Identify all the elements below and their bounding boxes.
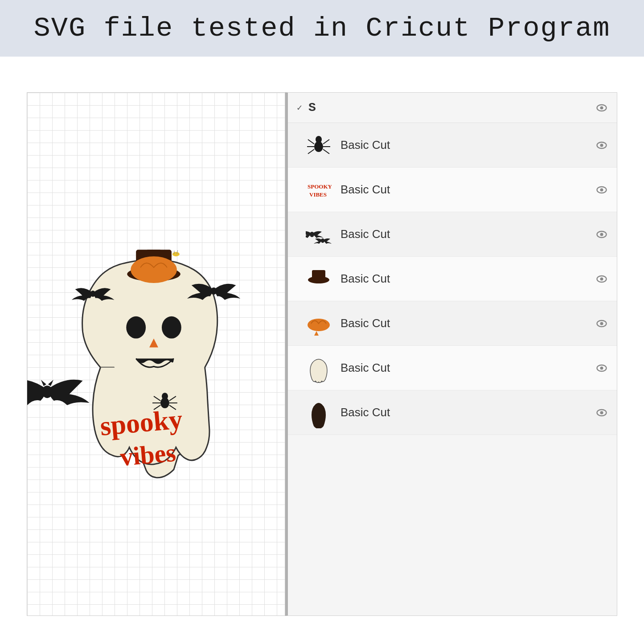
svg-point-1 — [162, 316, 181, 339]
layer-thumbnail-pumpkin — [306, 308, 332, 339]
canvas-area: spooky vibes — [27, 92, 285, 616]
layer-label-3: Basic Cut — [340, 227, 587, 241]
svg-point-14 — [90, 291, 96, 297]
layer-thumbnail-spider — [306, 130, 332, 161]
eye-icon-1[interactable] — [595, 139, 608, 152]
svg-point-55 — [600, 366, 603, 369]
layer-label-6: Basic Cut — [340, 361, 587, 375]
svg-point-53 — [600, 322, 603, 325]
svg-line-34 — [323, 149, 329, 154]
panel-header: ✓ S — [288, 93, 617, 123]
layer-thumbnail-ghost-dark — [306, 397, 332, 428]
layer-thumbnail-hat — [306, 263, 332, 295]
layer-row[interactable]: SPOOKY VIBES Basic Cut — [288, 168, 617, 212]
svg-line-31 — [308, 149, 314, 154]
group-label: S — [308, 101, 589, 115]
layer-label-4: Basic Cut — [340, 272, 587, 286]
svg-point-13 — [211, 287, 217, 295]
layer-label-5: Basic Cut — [340, 316, 587, 330]
svg-text:VIBES: VIBES — [309, 191, 327, 198]
main-content: spooky vibes ✓ S — [0, 57, 644, 643]
header-banner: SVG file tested in Cricut Program — [0, 0, 644, 57]
svg-point-49 — [600, 277, 603, 280]
svg-point-16 — [162, 393, 168, 400]
svg-line-32 — [323, 139, 329, 144]
layers-panel: ✓ S Basic Cut — [285, 92, 617, 616]
header-title: SVG file tested in Cricut Program — [34, 12, 611, 44]
svg-line-29 — [308, 139, 314, 144]
layer-row[interactable]: Basic Cut — [288, 212, 617, 257]
svg-point-50 — [308, 319, 330, 331]
eye-icon-7[interactable] — [595, 406, 608, 419]
svg-point-28 — [316, 136, 322, 143]
svg-marker-11 — [41, 380, 46, 386]
svg-point-40 — [600, 188, 603, 191]
svg-marker-12 — [48, 380, 53, 386]
svg-text:vibes: vibes — [119, 438, 177, 472]
layer-row[interactable]: Basic Cut — [288, 390, 617, 435]
layer-label-1: Basic Cut — [340, 138, 587, 152]
layer-label-2: Basic Cut — [340, 183, 587, 197]
canvas-illustration: spooky vibes — [27, 93, 285, 615]
eye-icon-2[interactable] — [595, 184, 608, 196]
layer-row[interactable]: Basic Cut — [288, 257, 617, 301]
svg-point-0 — [126, 316, 146, 339]
layer-thumbnail-spooky: SPOOKY VIBES — [306, 174, 332, 205]
svg-rect-47 — [312, 270, 325, 281]
layer-row[interactable]: Basic Cut — [288, 301, 617, 346]
svg-point-6 — [131, 256, 177, 283]
svg-text:SPOOKY: SPOOKY — [308, 183, 332, 190]
svg-point-26 — [600, 106, 603, 109]
svg-point-7 — [172, 252, 180, 256]
svg-point-10 — [42, 386, 53, 398]
eye-icon-group[interactable] — [595, 102, 608, 114]
layer-thumbnail-bats — [306, 219, 332, 250]
svg-point-36 — [600, 144, 603, 147]
eye-icon-4[interactable] — [595, 273, 608, 285]
layer-thumbnail-ghost — [306, 353, 332, 384]
svg-point-57 — [600, 411, 603, 414]
eye-icon-5[interactable] — [595, 317, 608, 330]
eye-icon-3[interactable] — [595, 228, 608, 241]
svg-point-42 — [321, 238, 324, 243]
svg-point-41 — [310, 232, 314, 237]
svg-marker-51 — [314, 331, 319, 336]
layer-row[interactable]: Basic Cut — [288, 123, 617, 168]
chevron-down-icon[interactable]: ✓ — [297, 102, 302, 113]
pumpkin-hat — [127, 250, 180, 283]
svg-point-44 — [600, 233, 603, 236]
layer-row[interactable]: Basic Cut — [288, 346, 617, 390]
layer-label-7: Basic Cut — [340, 406, 587, 419]
eye-icon-6[interactable] — [595, 362, 608, 374]
bat-large-left — [27, 380, 90, 405]
